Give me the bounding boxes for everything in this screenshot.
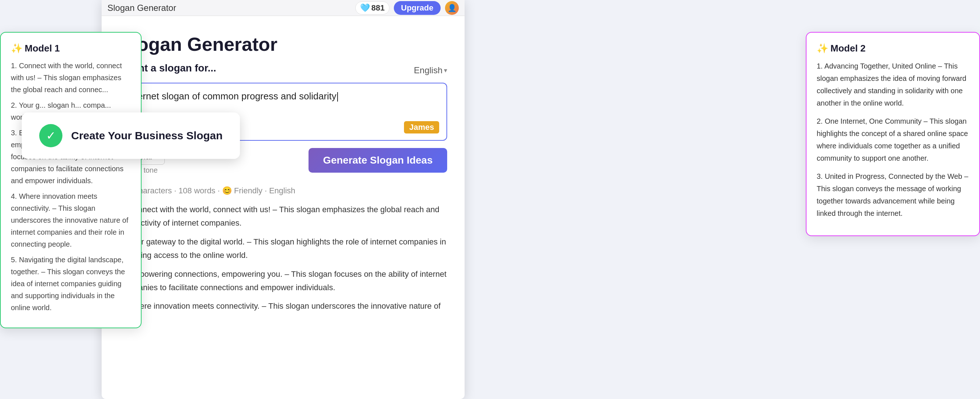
model1-badge: ✨ Model 1 (11, 43, 130, 54)
model1-content: 1. Connect with the world, connect with … (11, 60, 130, 314)
model1-card: ✨ Model 1 1. Connect with the world, con… (0, 32, 142, 328)
upgrade-button[interactable]: Upgrade (394, 1, 441, 15)
model2-item-2: 2. One Internet, One Community – This sl… (817, 115, 969, 164)
model2-item-1: 1. Advancing Together, United Online – T… (817, 60, 969, 109)
output-content: 1. Connect with the world, connect with … (119, 203, 447, 313)
model1-item-5: 5. Navigating the digital landscape, tog… (11, 254, 130, 314)
model2-item-3: 3. United in Progress, Connected by the … (817, 170, 969, 219)
titlebar: Slogan Generator 🩵 881 Upgrade 👤 (102, 0, 465, 16)
model1-item-1: 1. Connect with the world, connect with … (11, 60, 130, 96)
user-tag: James (404, 121, 439, 134)
model1-item-4: 4. Where innovation meets connectivity. … (11, 191, 130, 250)
generate-button[interactable]: Generate Slogan Ideas (309, 148, 447, 173)
browser-title: Slogan Generator (107, 3, 176, 13)
model2-badge: ✨ Model 2 (817, 43, 969, 54)
output-item-3: 3. Empowering connections, empowering yo… (119, 267, 447, 294)
output-meta: 716 characters · 108 words · 😊 Friendly … (119, 186, 447, 196)
model2-card: ✨ Model 2 1. Advancing Together, United … (806, 32, 980, 236)
sparkle-icon: ✨ (11, 43, 22, 54)
sparkle-icon: ✨ (817, 43, 828, 54)
prompt-display: Internet slogan of common progress and s… (127, 91, 439, 102)
model1-title: Model 1 (25, 43, 60, 54)
credits-badge: 🩵 881 (355, 2, 390, 14)
browser-window: Slogan Generator 🩵 881 Upgrade 👤 Slogan … (102, 0, 465, 399)
success-toast: ✓ Create Your Business Slogan (22, 113, 240, 159)
output-item-2: 2. Your gateway to the digital world. – … (119, 235, 447, 262)
main-content: Slogan Generator I want a slogan for... … (102, 16, 465, 399)
cursor (337, 92, 338, 102)
titlebar-right: 🩵 881 Upgrade 👤 (355, 1, 459, 15)
language-selector[interactable]: English ▾ (414, 65, 447, 75)
prompt-text: Internet slogan of common progress and s… (127, 91, 336, 102)
model2-content: 1. Advancing Together, United Online – T… (817, 60, 969, 219)
language-value: English (414, 65, 442, 75)
heart-icon: 🩵 (360, 3, 370, 13)
success-check-icon: ✓ (39, 124, 62, 147)
credits-count: 881 (371, 3, 385, 13)
chevron-down-icon: ▾ (444, 67, 447, 74)
avatar: 👤 (445, 1, 459, 15)
page-title: Slogan Generator (119, 33, 447, 55)
input-row: I want a slogan for... English ▾ (119, 62, 447, 78)
toast-text: Create Your Business Slogan (71, 129, 223, 142)
model2-title: Model 2 (830, 43, 865, 54)
output-item-1: 1. Connect with the world, connect with … (119, 203, 447, 230)
output-item-4: 4. Where innovation meets connectivity. … (119, 299, 447, 313)
